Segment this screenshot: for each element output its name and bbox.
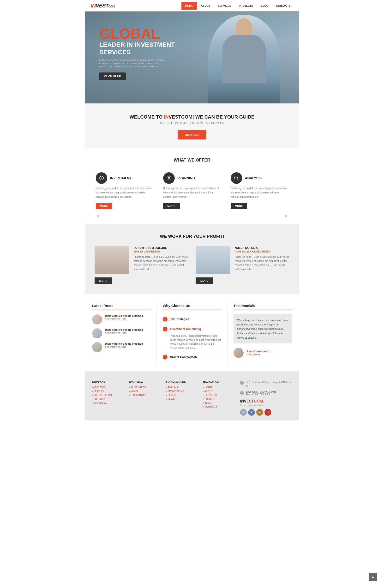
footer-contact-col: 9870 St Vincent Place, Glasgow, DC 45 Fr… [240, 380, 292, 416]
footer-nav-services[interactable]: › SERVICES [203, 394, 238, 397]
hero-title-sub1: LEADER IN INVESTMENT [99, 41, 285, 48]
welcome-subtitle: TO THE WORLD OF INVESTMENTS [90, 121, 295, 125]
footer-copyright: © 2013 | PRIVACY POLICY [240, 404, 292, 407]
offer-analysis-title: ANALYSIS [245, 176, 262, 180]
post-item-3: Dipisicing elit sed do eiusmod DECEMBER … [92, 342, 151, 352]
footer-members-title: FOR MEMBERS [166, 380, 201, 383]
author-avatar [234, 348, 244, 358]
nav-blog[interactable]: BLOG [257, 2, 272, 10]
nav-projects[interactable]: PROJECTS [235, 2, 257, 10]
profit-buttons: More More [95, 277, 290, 284]
offer-section: WHAT WE OFFER $ INVESTMENT Dipisicing el… [85, 148, 299, 224]
footer-link-it[interactable]: › IT SOLUTIONS [129, 394, 164, 397]
testimonial-box: "Phasellus porta. Fusce suact varius mi.… [234, 315, 292, 344]
latest-posts-title: Latest Posts [92, 304, 151, 310]
profit-more-button-2[interactable]: More [196, 277, 213, 284]
social-twitter[interactable]: t [240, 409, 247, 416]
why-item-1[interactable]: + Tax Strategies [163, 315, 221, 324]
investment-icon: $ [96, 172, 107, 184]
social-icons-row: t f rss +1 [240, 409, 292, 416]
post-title-3: Dipisicing elit sed do eiusmod [105, 342, 143, 345]
testimonials-title: Testimonials [234, 304, 292, 310]
svg-line-7 [237, 179, 238, 180]
slider-dot-right [285, 215, 287, 217]
footer-link-about[interactable]: › ABOUT US [92, 386, 127, 389]
profit-section: WE WORK FOR YOUR PROFIT! LOREM IPSUM DOL… [85, 224, 299, 294]
profit-more-button-1[interactable]: More [95, 277, 112, 284]
post-date-1: DECEMBER 27, 2013 [105, 318, 143, 320]
profit-img-2 [196, 246, 230, 274]
profit-item-1: LOREM IPSUM DOLORE MASSA LAOREETUM Phase… [95, 246, 189, 274]
post-item-2: Dipisicing elit sed do eiusmod DECEMBER … [92, 328, 151, 338]
footer-link-promotions[interactable]: › PROMOTIONS [166, 390, 201, 393]
main-nav: HOME ABOUT SERVICES PROJECTS BLOG CONTAC… [181, 2, 295, 10]
footer-link-forums[interactable]: › FORUMS [166, 386, 201, 389]
slider-controls [95, 210, 290, 220]
why-expanded-desc: Phasellus porta. Fusce suact varius mi. … [163, 334, 221, 350]
join-button[interactable]: JOIN US! [178, 130, 206, 139]
offer-item-planning: PLANNING Dipisicing elit, sed do eiusmod… [162, 171, 222, 210]
footer-nav-contacts[interactable]: › CONTACTS [203, 405, 238, 408]
why-choose-col: Why Choose Us + Tax Strategies − Investm… [157, 304, 228, 362]
footer-nav-projects[interactable]: › PROJECTS [203, 398, 238, 400]
why-label-2: Investment Consulting [170, 327, 201, 331]
footer-link-schedule[interactable]: › SCHEDULE [92, 401, 127, 404]
offer-analysis-desc: Dipisicing elit, sed do eiusmod temporin… [231, 186, 288, 199]
phone-icon [240, 391, 244, 395]
nav-services[interactable]: SERVICES [214, 2, 235, 10]
profit-sublabel-1: MASSA LAOREETUM [134, 250, 189, 253]
planning-icon [163, 172, 175, 184]
social-rss[interactable]: rss [256, 409, 263, 416]
offer-grid: $ INVESTMENT Dipisicing elit, sed do eiu… [95, 171, 290, 210]
footer-col-overview: OVERVIEW › WHAT WE DO › NEWS › IT SOLUTI… [129, 380, 164, 416]
footer-link-presentation[interactable]: › PRESENTATION [92, 394, 127, 397]
post-avatar-3 [92, 342, 102, 352]
offer-investment-title: INVESTMENT [110, 176, 132, 180]
footer-link-whatwedo[interactable]: › WHAT WE DO [129, 386, 164, 389]
footer-company-title: COMPANY [92, 380, 127, 383]
analysis-icon [231, 172, 242, 184]
hero-cta-button[interactable]: CLICK HERE! [99, 72, 126, 80]
testimonial-author: Alex Greenbaum USA, Detroit [234, 348, 292, 358]
footer-link-news2[interactable]: › NEWS [166, 398, 201, 400]
social-google-plus[interactable]: +1 [264, 409, 271, 416]
why-minus-icon: − [163, 327, 168, 332]
hero-description: PHASELLUS PORTA. FUSCE SUSCIPIARIUS MI. … [99, 59, 167, 68]
post-title-2: Dipisicing elit sed do eiusmod [105, 328, 143, 331]
footer-nav-about[interactable]: › ABOUT [203, 390, 238, 393]
author-name: Alex Greenbaum [246, 350, 269, 353]
nav-about[interactable]: ABOUT [197, 2, 214, 10]
post-avatar-1 [92, 315, 102, 324]
footer-phone: Telephone: +1 800 603 6035 FAX: +1 800 8… [240, 391, 292, 396]
testimonials-col: Testimonials "Phasellus porta. Fusce sua… [228, 304, 292, 362]
why-item-3[interactable]: + Broker Comparison [163, 352, 221, 362]
footer-nav-home[interactable]: › HOME [203, 386, 238, 389]
offer-item-investment: $ INVESTMENT Dipisicing elit, sed do eiu… [95, 171, 155, 210]
why-item-2[interactable]: − Investment Consulting Phasellus porta.… [163, 324, 221, 352]
why-label-1: Tax Strategies [170, 317, 189, 321]
profit-img-1 [95, 246, 129, 274]
profit-item-2: NULLA DOI ODIO GUM SOLIE CONSECTEUER Pha… [196, 246, 290, 274]
nav-home[interactable]: HOME [181, 2, 197, 10]
footer-link-clients[interactable]: › CLIENTS [92, 390, 127, 393]
analysis-more-button[interactable]: More [231, 203, 247, 209]
footer-brand: INVESTCOM. [240, 399, 292, 403]
footer-col-members: FOR MEMBERS › FORUMS › PROMOTIONS › SIGN… [166, 380, 201, 416]
nav-contacts[interactable]: CONTACTS [272, 2, 294, 10]
footer-link-support[interactable]: › SUPPORT [92, 398, 127, 400]
welcome-title: WELCOME TO INVESTCOM! WE CAN BE YOUR GUI… [90, 114, 295, 120]
footer-link-news[interactable]: › NEWS [129, 390, 164, 393]
post-item-1: Dipisicing elit sed do eiusmod DECEMBER … [92, 315, 151, 324]
profit-desc-2: Phasellus porta. Fusce suact varius mi. … [235, 255, 290, 271]
footer-link-signin[interactable]: › SIGN IN [166, 394, 201, 397]
header: INVESTCOM. HOME ABOUT SERVICES PROJECTS … [85, 0, 299, 12]
investment-more-button[interactable]: More [96, 203, 112, 209]
profit-title: WE WORK FOR YOUR PROFIT! [95, 234, 290, 239]
footer-nav-blog[interactable]: › BLOG [203, 401, 238, 404]
offer-title: WHAT WE OFFER [95, 158, 290, 163]
social-facebook[interactable]: f [248, 409, 255, 416]
svg-point-6 [234, 176, 237, 179]
footer-col-navigation: NAVIGATION › HOME › ABOUT › SERVICES › P… [203, 380, 238, 416]
planning-more-button[interactable]: More [163, 203, 180, 209]
logo: INVESTCOM. [90, 3, 115, 9]
